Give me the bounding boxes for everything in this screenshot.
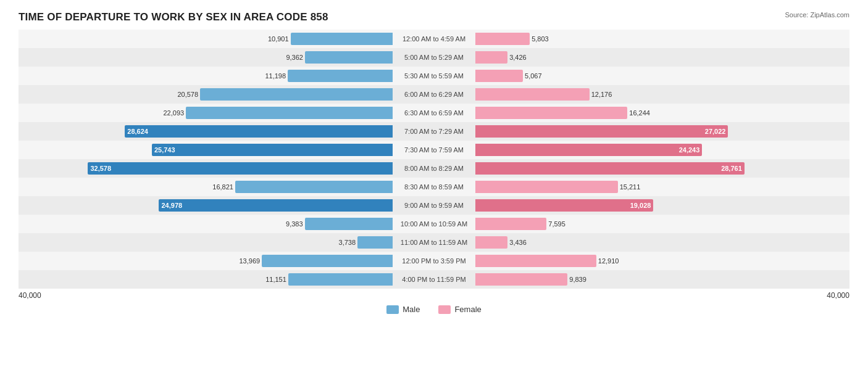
time-label: 10:00 AM to 10:59 AM [393,220,476,228]
chart-container: TIME OF DEPARTURE TO WORK BY SEX IN AREA… [0,0,868,367]
table-row: 13,96912:00 PM to 3:59 PM12,910 [19,252,849,270]
time-label: 12:00 PM to 3:59 PM [393,257,476,265]
female-bar [475,181,617,193]
legend-female-box [438,305,451,314]
female-bar: 27,022 [475,125,728,138]
time-label: 7:00 AM to 7:29 AM [393,128,476,135]
male-value-label: 11,198 [265,72,286,80]
female-bar [475,107,627,119]
legend-male-label: Male [403,305,420,314]
legend: Male Female [19,305,849,314]
legend-female-label: Female [454,305,481,314]
time-label: 6:30 AM to 6:59 AM [393,109,476,117]
female-bar: 24,243 [475,144,702,156]
male-bar: 32,578 [88,162,392,175]
time-label: 7:30 AM to 7:59 AM [393,146,476,154]
table-row: 22,0936:30 AM to 6:59 AM16,244 [19,104,849,122]
legend-female: Female [438,305,481,314]
female-bar [475,218,546,230]
male-bar [235,181,393,193]
female-value-label: 12,176 [591,91,612,98]
female-value-label: 3,436 [509,239,527,246]
female-value-label: 7,595 [548,220,565,228]
male-bar: 25,743 [152,144,393,156]
axis-left-label: 40,000 [19,291,41,300]
source-text: Source: ZipAtlas.com [785,11,849,19]
male-value-label: 32,578 [90,165,111,172]
legend-male-box [386,305,399,314]
time-label: 4:00 PM to 11:59 PM [393,276,476,283]
female-value-label: 3,426 [509,54,527,61]
time-label: 12:00 AM to 4:59 AM [393,35,476,43]
table-row: 24,9789:00 AM to 9:59 AM19,028 [19,196,849,215]
table-row: 16,8218:30 AM to 8:59 AM15,211 [19,178,849,196]
female-bar: 19,028 [475,199,653,212]
female-bar [475,33,530,45]
table-row: 32,5788:00 AM to 8:29 AM28,761 [19,159,849,178]
male-value-label: 11,151 [265,276,286,283]
male-value-label: 25,743 [154,146,175,154]
table-row: 11,1514:00 PM to 11:59 PM9,839 [19,270,849,289]
time-label: 8:00 AM to 8:29 AM [393,165,476,172]
male-value-label: 28,624 [127,128,148,135]
female-bar [475,51,507,64]
male-bar [357,236,393,249]
time-label: 9:00 AM to 9:59 AM [393,202,476,209]
time-label: 8:30 AM to 8:59 AM [393,183,476,191]
male-bar: 24,978 [159,199,392,212]
table-row: 9,3625:00 AM to 5:29 AM3,426 [19,48,849,67]
male-bar [305,218,393,230]
table-row: 3,73811:00 AM to 11:59 AM3,436 [19,233,849,252]
male-value-label: 3,738 [339,239,356,246]
axis-row: 40,000 40,000 [19,291,849,300]
table-row: 11,1985:30 AM to 5:59 AM5,067 [19,67,849,85]
time-label: 5:30 AM to 5:59 AM [393,72,476,80]
female-bar [475,273,567,286]
female-value-label: 5,803 [532,35,549,43]
female-bar [475,255,596,267]
female-value-label: 15,211 [620,183,641,191]
chart-title: TIME OF DEPARTURE TO WORK BY SEX IN AREA… [19,11,849,23]
male-bar [291,33,393,45]
male-bar [305,51,393,64]
female-value-label: 12,910 [598,257,619,265]
male-bar [262,255,393,267]
male-value-label: 16,821 [212,183,233,191]
male-bar [288,70,393,82]
male-bar [186,107,393,119]
male-value-label: 10,901 [268,35,289,43]
male-value-label: 9,383 [286,220,303,228]
female-value-label: 19,028 [630,202,651,209]
male-bar [200,88,393,101]
female-value-label: 16,244 [629,109,650,117]
female-value-label: 24,243 [679,146,700,154]
male-value-label: 13,969 [239,257,260,265]
table-row: 9,38310:00 AM to 10:59 AM7,595 [19,215,849,233]
female-value-label: 9,839 [569,276,586,283]
table-row: 28,6247:00 AM to 7:29 AM27,022 [19,122,849,141]
chart-area: 10,90112:00 AM to 4:59 AM5,8039,3625:00 … [19,30,849,289]
female-value-label: 28,761 [721,165,742,172]
axis-right-label: 40,000 [827,291,849,300]
time-label: 6:00 AM to 6:29 AM [393,91,476,98]
time-label: 5:00 AM to 5:29 AM [393,54,476,61]
table-row: 10,90112:00 AM to 4:59 AM5,803 [19,30,849,48]
female-bar [475,236,507,249]
female-bar [475,70,523,82]
male-value-label: 20,578 [177,91,198,98]
male-bar: 28,624 [125,125,392,138]
female-bar [475,88,589,101]
male-value-label: 24,978 [161,202,182,209]
table-row: 25,7437:30 AM to 7:59 AM24,243 [19,141,849,159]
male-bar [288,273,393,286]
female-value-label: 5,067 [525,72,542,80]
male-value-label: 9,362 [286,54,303,61]
male-value-label: 22,093 [163,109,184,117]
female-bar: 28,761 [475,162,745,175]
legend-male: Male [386,305,420,314]
female-value-label: 27,022 [705,128,726,135]
time-label: 11:00 AM to 11:59 AM [393,239,476,246]
table-row: 20,5786:00 AM to 6:29 AM12,176 [19,85,849,104]
